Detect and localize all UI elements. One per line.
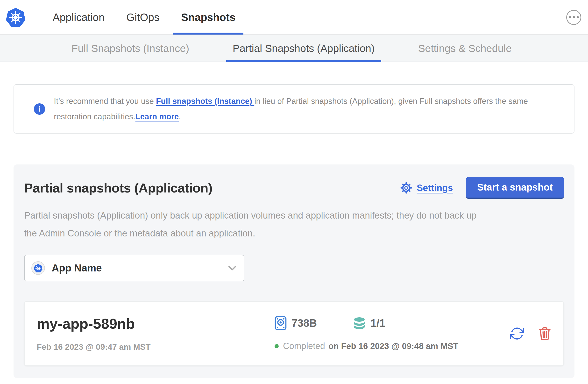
- snapshots-subnav: Full Snapshots (Instance) Partial Snapsh…: [0, 35, 588, 62]
- database-icon: [353, 317, 366, 329]
- status-finished-timestamp: on Feb 16 2023 @ 09:48 am MST: [328, 341, 458, 351]
- full-snapshots-instance-link[interactable]: Full snapshots (Instance): [156, 97, 254, 106]
- chevron-down-icon[interactable]: [229, 266, 236, 271]
- snapshot-started-timestamp: Feb 16 2023 @ 09:47 am MST: [37, 342, 274, 352]
- status-dot-icon: [274, 344, 279, 348]
- snapshot-size: 738B: [292, 317, 317, 329]
- partial-snapshots-panel: Partial snapshots (Application) Settings…: [14, 165, 574, 378]
- snapshot-volumes-metric: 1/1: [353, 317, 385, 329]
- gear-icon: [399, 181, 413, 195]
- info-icon: i: [34, 103, 45, 115]
- learn-more-link[interactable]: Learn more: [135, 112, 179, 121]
- delete-snapshot-button[interactable]: [538, 326, 551, 341]
- snapshot-size-metric: 738B: [274, 316, 317, 330]
- snapshot-status: Completed on Feb 16 2023 @ 09:48 am MST: [274, 341, 458, 351]
- app-name-select[interactable]: App Name: [24, 255, 244, 281]
- top-nav: Application GitOps Snapshots: [53, 0, 235, 35]
- select-divider: [220, 261, 220, 275]
- tab-full-snapshots-instance[interactable]: Full Snapshots (Instance): [71, 35, 189, 62]
- snapshot-row: my-app-589nb Feb 16 2023 @ 09:47 am MST: [24, 301, 564, 366]
- nav-item-snapshots[interactable]: Snapshots: [181, 0, 235, 35]
- nav-item-application[interactable]: Application: [53, 0, 105, 35]
- snapshot-name: my-app-589nb: [37, 315, 274, 332]
- panel-description: Partial snapshots (Application) only bac…: [24, 207, 564, 242]
- app-icon-badge: [31, 261, 45, 275]
- ellipsis-icon: [569, 16, 571, 18]
- snapshot-settings-link[interactable]: Settings: [399, 181, 453, 195]
- top-navbar: Application GitOps Snapshots: [0, 0, 588, 35]
- kubernetes-logo-icon: [5, 7, 26, 28]
- info-banner: i It’s recommend that you use Full snaps…: [14, 84, 574, 133]
- info-banner-text: It’s recommend that you use Full snapsho…: [54, 93, 563, 124]
- status-label: Completed: [283, 341, 325, 351]
- app-select-value: App Name: [52, 262, 102, 274]
- restore-snapshot-button[interactable]: [510, 326, 524, 341]
- tab-settings-schedule[interactable]: Settings & Schedule: [418, 35, 512, 62]
- kubernetes-app-icon: [34, 264, 43, 273]
- snapshot-volume-count: 1/1: [370, 317, 385, 329]
- tab-partial-snapshots-application[interactable]: Partial Snapshots (Application): [233, 35, 375, 62]
- start-snapshot-button[interactable]: Start a snapshot: [466, 177, 564, 199]
- more-menu-button[interactable]: [566, 10, 581, 25]
- trash-icon: [538, 326, 551, 341]
- panel-title: Partial snapshots (Application): [24, 180, 212, 195]
- settings-label: Settings: [417, 183, 453, 193]
- nav-item-gitops[interactable]: GitOps: [126, 0, 159, 35]
- disk-icon: [274, 316, 287, 330]
- restore-icon: [510, 326, 524, 341]
